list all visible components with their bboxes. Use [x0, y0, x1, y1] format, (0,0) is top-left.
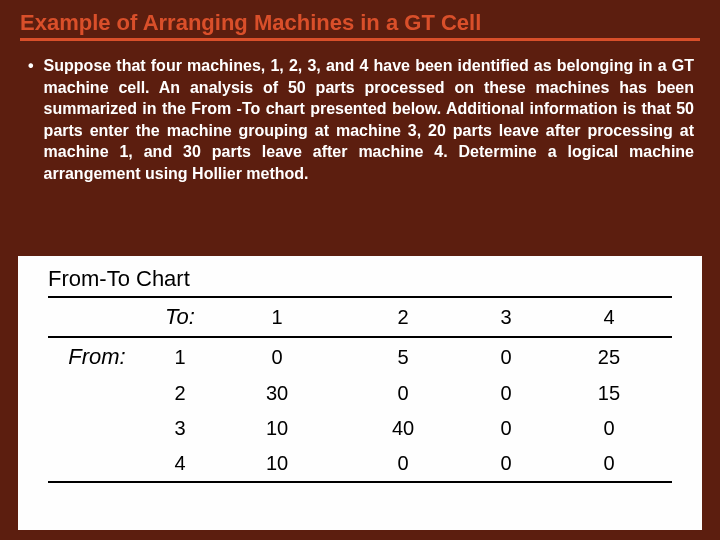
col-header: 4: [546, 297, 672, 337]
cell: 0: [466, 337, 546, 376]
cell: 0: [546, 446, 672, 482]
table-row: 4 10 0 0 0: [48, 446, 672, 482]
cell: 15: [546, 376, 672, 411]
slide-title: Example of Arranging Machines in a GT Ce…: [20, 10, 700, 41]
cell: 0: [466, 446, 546, 482]
cell: 0: [214, 337, 340, 376]
row-header: 3: [146, 411, 214, 446]
row-header: 1: [146, 337, 214, 376]
cell: 5: [340, 337, 466, 376]
cell: 0: [340, 376, 466, 411]
chart-table: To: 1 2 3 4 From: 1 0 5 0 25 2 30 0 0 15: [48, 296, 672, 483]
cell: 40: [340, 411, 466, 446]
cell: 10: [214, 446, 340, 482]
bullet-block: • Suppose that four machines, 1, 2, 3, a…: [20, 55, 700, 185]
chart-title: From-To Chart: [48, 266, 672, 292]
blank-cell: [48, 376, 146, 411]
table-row: From: 1 0 5 0 25: [48, 337, 672, 376]
col-header: 3: [466, 297, 546, 337]
col-header: 1: [214, 297, 340, 337]
row-header: 2: [146, 376, 214, 411]
row-header: 4: [146, 446, 214, 482]
from-to-chart: From-To Chart To: 1 2 3 4 From: 1 0 5 0 …: [18, 256, 702, 530]
blank-cell: [48, 411, 146, 446]
table-header-row: To: 1 2 3 4: [48, 297, 672, 337]
cell: 0: [546, 411, 672, 446]
table-row: 2 30 0 0 15: [48, 376, 672, 411]
cell: 10: [214, 411, 340, 446]
col-header: 2: [340, 297, 466, 337]
blank-cell: [48, 297, 146, 337]
blank-cell: [48, 446, 146, 482]
table-row: 3 10 40 0 0: [48, 411, 672, 446]
cell: 0: [466, 411, 546, 446]
to-label: To:: [146, 297, 214, 337]
bullet-text: Suppose that four machines, 1, 2, 3, and…: [44, 55, 694, 185]
cell: 0: [466, 376, 546, 411]
cell: 30: [214, 376, 340, 411]
slide: Example of Arranging Machines in a GT Ce…: [0, 0, 720, 540]
from-label: From:: [48, 337, 146, 376]
bullet-marker-icon: •: [26, 55, 44, 185]
cell: 0: [340, 446, 466, 482]
cell: 25: [546, 337, 672, 376]
